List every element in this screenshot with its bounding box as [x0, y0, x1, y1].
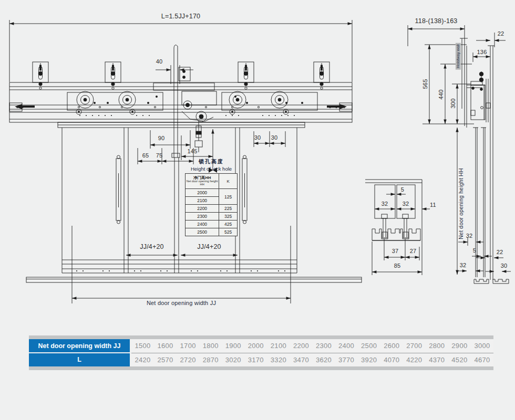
spec-value-cell: 1800: [199, 339, 222, 352]
spec-value-cell: 2800: [426, 339, 448, 352]
dim-label-27: 27: [410, 248, 417, 254]
dim-label-30-right: 30: [271, 135, 278, 141]
dim-label-22-bottom: 22: [497, 249, 503, 255]
lock-table-body: 200012521002200225230032524004252500525: [186, 189, 238, 236]
dim-label-5-detail: 5: [401, 187, 404, 193]
dim-label-5-side: 5: [473, 248, 476, 254]
dim-label-136: 136: [477, 49, 487, 55]
dim-label-37: 37: [392, 248, 399, 254]
dim-label-net-opening-height: Net door opening height HH: [458, 168, 464, 239]
dim-label-65: 65: [142, 153, 149, 159]
lock-hh-cell: 2500: [186, 228, 219, 236]
spec-value-cell: 1500: [131, 339, 154, 352]
mounting-bracket: [105, 62, 121, 89]
hanger-bar-dots: [79, 115, 295, 116]
landing-sill: [26, 277, 362, 282]
dim-label-40: 40: [156, 59, 163, 65]
lock-hh-cell: 2200: [186, 205, 219, 213]
lock-hh-cell: 2000: [186, 189, 219, 197]
detail-dimensions: [372, 194, 430, 275]
lock-k-cell: 125: [219, 189, 238, 205]
door-hangers: [67, 91, 317, 114]
lock-k-cell: 525: [219, 228, 238, 236]
dim-label-300: 300: [450, 99, 456, 109]
hoistway-wall-tag: Hoistway wall: [456, 43, 461, 69]
spec-table-bottom-bar: [29, 366, 493, 370]
dim-label-90: 90: [158, 135, 165, 141]
spec-value-cell: 3000: [471, 339, 493, 352]
lock-k-cell: 425: [219, 220, 238, 228]
spec-value-cell: 2100: [267, 339, 290, 352]
spec-value-cell: 3320: [267, 353, 290, 366]
sill-profiles-section: [474, 279, 509, 284]
spec-value-cell: 3470: [290, 353, 312, 366]
door-closer-right: [242, 155, 247, 224]
hanger-roller: [77, 91, 94, 108]
spec-value-cell: 3920: [358, 353, 380, 366]
dim-label-net-opening-width: Net door opening width JJ: [147, 300, 216, 306]
spec-l-row: 2420257027202870302031703320347036203770…: [131, 353, 493, 366]
spec-value-cell: 2720: [177, 353, 199, 366]
dim-label-total-width: L=1.5JJ+170: [161, 13, 200, 20]
spec-value-cell: 4670: [471, 353, 493, 366]
spec-value-cell: 2420: [131, 353, 154, 366]
spec-value-cell: 3620: [313, 353, 335, 366]
spec-value-cell: 4070: [380, 353, 403, 366]
spec-value-cell: 1900: [222, 339, 244, 352]
spec-value-cell: 3170: [244, 353, 267, 366]
belt-tension-arrows: [15, 104, 347, 109]
spec-table: Net door opening width JJ L 150016001700…: [29, 335, 493, 370]
spec-value-cell: 2900: [448, 339, 471, 352]
drawing-sheet: L=1.5JJ+170 40 90 145 65 75 30 30 JJ/4+2…: [0, 0, 515, 420]
door-panels-section: [473, 128, 486, 277]
spec-value-cell: 1700: [177, 339, 199, 352]
lock-hh-cell: 2400: [186, 220, 219, 228]
spec-value-cell: 2300: [313, 339, 335, 352]
lock-hole-table: 锁孔高度 Height of lock hole 净门高HH Net door …: [184, 158, 239, 236]
dim-label-75: 75: [156, 153, 163, 159]
dim-label-85: 85: [394, 263, 401, 269]
dim-label-side-top: 118-(138)-163: [415, 18, 458, 25]
operator-cross-section: [467, 71, 490, 122]
door-vane: [172, 45, 180, 158]
dim-label-32-detail-left: 32: [382, 201, 388, 207]
spec-value-cell: 2600: [380, 339, 403, 352]
spec-header-jj: Net door opening width JJ: [29, 339, 130, 352]
spec-value-cell: 2570: [154, 353, 177, 366]
lock-k-cell: 325: [219, 213, 238, 220]
spec-value-cell: 1600: [154, 339, 177, 352]
lock-hh-cell: 2300: [186, 213, 219, 220]
dim-label-panel-left: JJ/4+20: [140, 244, 164, 250]
lock-table-header-hh: 净门高HH Net door opening height HH: [186, 174, 219, 189]
door-closer-left: [116, 155, 121, 224]
dim-label-565: 565: [423, 79, 428, 89]
lock-table-title-en: Height of lock hole: [184, 166, 239, 172]
spec-value-cell: 4520: [448, 353, 471, 366]
spec-value-cell: 2000: [244, 339, 267, 352]
dim-label-22-top: 22: [498, 31, 504, 37]
dim-label-32-detail-right: 32: [403, 201, 409, 207]
spec-value-cell: 4220: [403, 353, 426, 366]
mounting-bracket: [314, 62, 329, 89]
main-view-dimensions: [72, 65, 291, 298]
dim-label-32-lower: 32: [460, 262, 467, 268]
dim-label-30-left: 30: [254, 135, 261, 141]
spec-value-cell: 2400: [335, 339, 358, 352]
rail-holes: [16, 106, 345, 108]
mounting-bracket: [238, 62, 254, 89]
lock-table-header-k: K: [219, 174, 238, 189]
dim-label-145: 145: [188, 149, 198, 154]
spec-value-cell: 3020: [222, 353, 244, 366]
spec-value-cell: 2700: [403, 339, 426, 352]
dim-label-440: 440: [438, 90, 444, 100]
panel-screws: [76, 270, 285, 271]
dim-label-30-side: 30: [501, 263, 508, 269]
hanger-roller: [271, 91, 288, 108]
hanger-roller: [229, 91, 246, 108]
dim-total-width: [9, 20, 352, 82]
lock-table: 净门高HH Net door opening height HH K 20001…: [185, 173, 238, 236]
spec-table-top-bar: [29, 335, 493, 339]
sill-detail-view: [365, 180, 430, 275]
dim-label-32-upper: 32: [466, 233, 473, 239]
mounting-brackets: [33, 62, 329, 89]
